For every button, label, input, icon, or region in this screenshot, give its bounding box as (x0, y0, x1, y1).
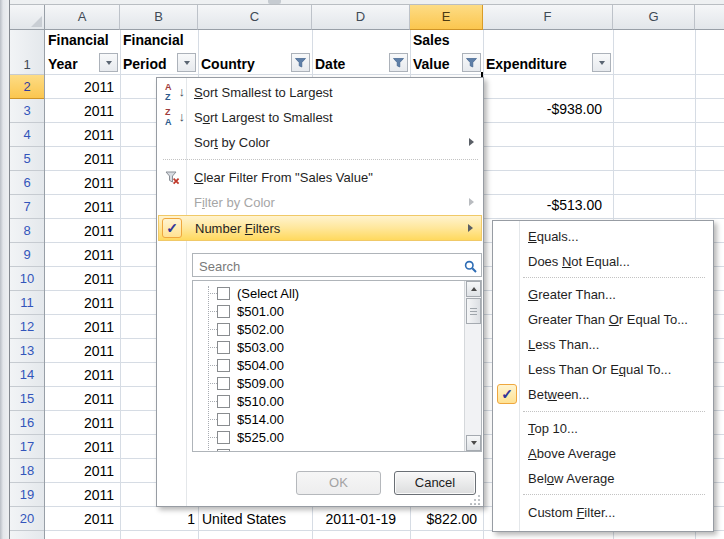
menu-item-clear-filter[interactable]: Clear Filter From "Sales Value" (158, 165, 482, 190)
submenu-item-less-or-equal[interactable]: Less Than Or Equal To... (494, 357, 712, 382)
cell-financial-year[interactable]: 2011 (45, 387, 120, 411)
cancel-button[interactable]: Cancel (394, 471, 476, 495)
row-header[interactable]: 16 (10, 411, 44, 435)
formula-bar-handle[interactable] (268, 0, 281, 4)
header-cell-sales-value[interactable]: Sales Value (410, 30, 483, 75)
cell-financial-year[interactable]: 2011 (45, 147, 120, 171)
filter-value-item[interactable]: $503.00 (193, 338, 481, 356)
value-checkbox[interactable] (217, 413, 230, 426)
cell-financial-year[interactable]: 2011 (45, 339, 120, 363)
row-header[interactable]: 19 (10, 483, 44, 507)
cell-financial-year[interactable]: 2011 (45, 123, 120, 147)
cell-financial-year[interactable]: 2011 (45, 195, 120, 219)
cell-financial-year[interactable]: 2011 (45, 483, 120, 507)
cell-date[interactable]: 2011-01-19 (312, 507, 410, 531)
row-header-1[interactable]: 1 (10, 30, 44, 75)
search-icon[interactable] (464, 259, 477, 277)
list-scrollbar[interactable] (464, 281, 481, 451)
row-header[interactable]: 14 (10, 363, 44, 387)
row-header[interactable]: 9 (10, 243, 44, 267)
search-input[interactable] (197, 256, 461, 276)
submenu-item-below-average[interactable]: Below Average (494, 466, 712, 491)
value-checkbox[interactable] (217, 449, 230, 453)
filter-button-financial-period[interactable] (177, 53, 196, 72)
row-header[interactable]: 7 (10, 195, 44, 219)
menu-item-number-filters[interactable]: ✓ Number Filters (158, 215, 482, 241)
submenu-item-custom-filter[interactable]: Custom Filter... (494, 500, 712, 525)
filter-value-item[interactable]: $525.00 (193, 428, 481, 446)
cell-financial-year[interactable]: 2011 (45, 363, 120, 387)
row-header[interactable]: 13 (10, 339, 44, 363)
ok-button[interactable]: OK (296, 471, 381, 495)
filter-value-item[interactable]: $502.00 (193, 320, 481, 338)
row-header[interactable]: 6 (10, 171, 44, 195)
header-cell-expenditure[interactable]: Expenditure (483, 30, 613, 75)
row-header[interactable]: 2 (10, 75, 44, 99)
row-header[interactable]: 10 (10, 267, 44, 291)
value-checkbox[interactable] (217, 305, 230, 318)
cell-financial-year[interactable]: 2011 (45, 171, 120, 195)
value-checkbox[interactable] (217, 377, 230, 390)
header-cell-financial-period[interactable]: Financial Period (120, 30, 198, 75)
row-header[interactable]: 11 (10, 291, 44, 315)
scroll-up-button[interactable] (466, 281, 481, 297)
submenu-item-top-10[interactable]: Top 10... (494, 416, 712, 441)
column-header-partial[interactable] (695, 5, 724, 30)
value-checkbox[interactable] (217, 359, 230, 372)
cell-financial-year[interactable]: 2011 (45, 315, 120, 339)
filter-value-item-partial[interactable] (193, 446, 481, 452)
cell-financial-year[interactable]: 2011 (45, 459, 120, 483)
row-header[interactable]: 20 (10, 507, 44, 531)
row-header[interactable]: 8 (10, 219, 44, 243)
cell-financial-year[interactable]: 2011 (45, 435, 120, 459)
row-header[interactable]: 12 (10, 315, 44, 339)
filter-value-item[interactable]: (Select All) (193, 284, 481, 302)
value-checkbox[interactable] (217, 287, 230, 300)
filter-value-item[interactable]: $501.00 (193, 302, 481, 320)
menu-item-sort-by-color[interactable]: Sort by Color (158, 130, 482, 155)
filter-button-expenditure[interactable] (592, 53, 611, 72)
filter-button-date[interactable] (389, 53, 408, 72)
value-checkbox[interactable] (217, 395, 230, 408)
column-header-a[interactable]: A (45, 5, 120, 30)
value-checkbox[interactable] (217, 323, 230, 336)
row-header[interactable]: 17 (10, 435, 44, 459)
filter-value-item[interactable]: $504.00 (193, 356, 481, 374)
scroll-down-button[interactable] (466, 435, 481, 451)
header-cell-date[interactable]: Date (312, 30, 410, 75)
filter-button-financial-year[interactable] (99, 53, 118, 72)
submenu-item-does-not-equal[interactable]: Does Not Equal... (494, 249, 712, 274)
cell-financial-year[interactable]: 2011 (45, 267, 120, 291)
cell-financial-year[interactable]: 2011 (45, 219, 120, 243)
cell-expenditure[interactable]: -$513.00 (483, 193, 613, 217)
submenu-item-greater-or-equal[interactable]: Greater Than Or Equal To... (494, 307, 712, 332)
value-checkbox[interactable] (217, 431, 230, 444)
row-header[interactable]: 15 (10, 387, 44, 411)
row-header[interactable]: 5 (10, 147, 44, 171)
filter-value-item[interactable]: $514.00 (193, 410, 481, 428)
filter-button-country[interactable] (291, 53, 310, 72)
column-header-c[interactable]: C (198, 5, 312, 30)
row-header[interactable]: 4 (10, 123, 44, 147)
resize-grip-icon[interactable] (470, 494, 481, 505)
cell-country[interactable]: United States (198, 507, 312, 531)
column-header-d[interactable]: D (312, 5, 410, 30)
cell-financial-year[interactable]: 2011 (45, 99, 120, 123)
select-all-corner[interactable] (10, 5, 45, 30)
submenu-item-above-average[interactable]: Above Average (494, 441, 712, 466)
menu-item-sort-largest[interactable]: Z A ↓ Sort Largest to Smallest (158, 105, 482, 130)
cell-financial-year[interactable]: 2011 (45, 411, 120, 435)
column-header-g[interactable]: G (613, 5, 695, 30)
submenu-item-equals[interactable]: Equals... (494, 224, 712, 249)
header-cell-financial-year[interactable]: Financial Year (45, 30, 120, 75)
column-header-f[interactable]: F (483, 5, 613, 30)
value-checkbox[interactable] (217, 341, 230, 354)
submenu-item-less-than[interactable]: Less Than... (494, 332, 712, 357)
cell-financial-year[interactable]: 2011 (45, 291, 120, 315)
column-header-b[interactable]: B (120, 5, 198, 30)
row-header[interactable]: 18 (10, 459, 44, 483)
header-cell-country[interactable]: Country (198, 30, 312, 75)
cell-financial-year[interactable]: 2011 (45, 243, 120, 267)
submenu-item-greater-than[interactable]: Greater Than... (494, 282, 712, 307)
filter-button-sales-value[interactable] (462, 53, 481, 72)
